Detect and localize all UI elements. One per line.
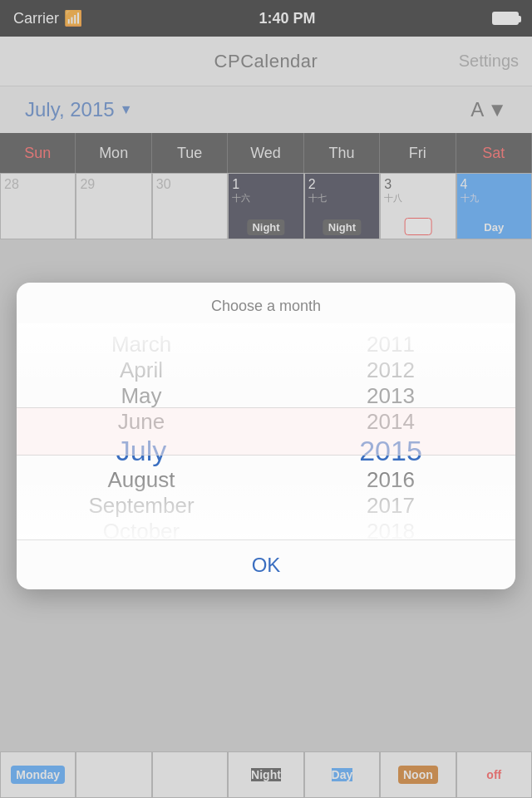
year-picker-column[interactable]: 2011 2012 2013 2014 2015 2016 2017 2018	[266, 323, 515, 539]
picker-container[interactable]: March April May June July August Septemb…	[17, 323, 515, 539]
picker-item[interactable]: September	[17, 493, 266, 519]
picker-item-selected-year[interactable]: 2015	[266, 435, 515, 467]
month-picker-modal: Choose a month March April May June July…	[17, 283, 515, 589]
picker-item[interactable]: 2017	[266, 493, 515, 519]
picker-item[interactable]: 2014	[266, 409, 515, 435]
picker-item[interactable]: 2013	[266, 383, 515, 409]
picker-item[interactable]: April	[17, 357, 266, 383]
picker-item[interactable]: June	[17, 409, 266, 435]
picker-item-selected-month[interactable]: July	[17, 435, 266, 467]
modal-title: Choose a month	[17, 283, 515, 323]
picker-item[interactable]: October	[17, 519, 266, 539]
picker-item[interactable]: 2012	[266, 357, 515, 383]
picker-item[interactable]: May	[17, 383, 266, 409]
month-picker-column[interactable]: March April May June July August Septemb…	[17, 323, 266, 539]
picker-item[interactable]: 2011	[266, 332, 515, 357]
picker-item[interactable]: March	[17, 332, 266, 357]
picker-item[interactable]: 2018	[266, 519, 515, 539]
picker-item[interactable]: 2016	[266, 467, 515, 493]
picker-item[interactable]: August	[17, 467, 266, 493]
ok-button[interactable]: OK	[17, 539, 515, 589]
